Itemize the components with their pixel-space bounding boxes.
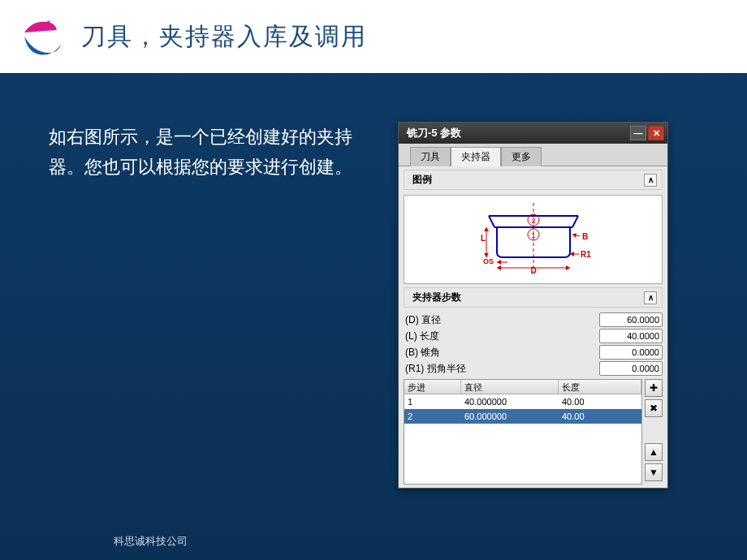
svg-marker-20	[497, 265, 501, 270]
table-row[interactable]: 2 60.000000 40.00	[404, 409, 641, 424]
svg-text:R1: R1	[581, 250, 591, 259]
parameters-panel: (D) 直径 (L) 长度 (B) 锥角 (R1) 拐角半径 步进 直径	[399, 308, 667, 488]
tab-holder[interactable]: 夹持器	[451, 147, 501, 166]
company-logo	[16, 12, 65, 61]
steps-table-area: 步进 直径 长度 1 40.000000 40.00 2 60.000000 4…	[404, 379, 663, 485]
slide-header: 刀具，夹持器入库及调用	[0, 0, 747, 73]
steps-section-header: 夹持器步数 ∧	[404, 287, 663, 308]
svg-line-2	[489, 216, 494, 227]
col-length: 长度	[559, 380, 641, 394]
add-row-button[interactable]: ✚	[645, 379, 663, 397]
param-label-diameter: (D) 直径	[404, 313, 599, 327]
tab-more[interactable]: 更多	[501, 147, 542, 166]
svg-text:1: 1	[531, 231, 535, 239]
param-label-taper: (B) 锥角	[404, 346, 599, 360]
svg-text:2: 2	[531, 217, 535, 225]
slide-footer: 科思诚科技公司	[114, 534, 188, 549]
titlebar-controls: — ✕	[630, 126, 664, 140]
param-row-taper: (B) 锥角	[404, 345, 663, 360]
svg-text:OS: OS	[483, 257, 494, 265]
svg-text:B: B	[582, 232, 588, 241]
param-row-length: (L) 长度	[404, 329, 663, 343]
remove-row-button[interactable]: ✖	[645, 399, 663, 417]
svg-marker-13	[484, 227, 489, 231]
svg-marker-17	[497, 260, 501, 265]
param-row-diameter: (D) 直径	[404, 312, 663, 327]
svg-line-3	[572, 216, 578, 227]
slide-title: 刀具，夹持器入库及调用	[81, 20, 367, 54]
window-titlebar: 铣刀-5 参数 — ✕	[399, 123, 667, 144]
param-row-radius: (R1) 拐角半径	[404, 361, 663, 376]
svg-marker-24	[572, 233, 576, 238]
slide-body: 如右图所示，是一个已经创建好的夹持器。您也可以根据您的要求进行创建。 铣刀-5 …	[0, 73, 747, 489]
parameters-window: 铣刀-5 参数 — ✕ 刀具 夹持器 更多 图例 ∧	[398, 122, 668, 489]
legend-label: 图例	[412, 173, 432, 187]
slide-description: 如右图所示，是一个已经创建好的夹持器。您也可以根据您的要求进行创建。	[49, 122, 374, 489]
tab-bar: 刀具 夹持器 更多	[399, 144, 667, 166]
param-input-diameter[interactable]	[599, 312, 663, 327]
tab-tool[interactable]: 刀具	[410, 147, 451, 166]
table-side-buttons: ✚ ✖ ▲ ▼	[645, 379, 663, 485]
move-up-button[interactable]: ▲	[645, 443, 663, 461]
holder-diagram: 2 1 L OS D B R1	[404, 195, 663, 284]
col-step: 步进	[404, 380, 461, 394]
param-label-length: (L) 长度	[404, 330, 599, 343]
window-title: 铣刀-5 参数	[407, 126, 461, 140]
minimize-button[interactable]: —	[630, 126, 646, 140]
collapse-legend-button[interactable]: ∧	[644, 174, 657, 187]
param-input-length[interactable]	[599, 329, 663, 343]
table-header-row: 步进 直径 长度	[404, 380, 641, 394]
move-down-button[interactable]: ▼	[645, 463, 663, 481]
collapse-steps-button[interactable]: ∧	[644, 291, 657, 304]
table-row[interactable]: 1 40.000000 40.00	[404, 394, 641, 409]
steps-label: 夹持器步数	[412, 291, 461, 304]
legend-section-header: 图例 ∧	[404, 170, 663, 190]
col-diameter: 直径	[461, 380, 559, 394]
steps-table[interactable]: 步进 直径 长度 1 40.000000 40.00 2 60.000000 4…	[404, 379, 642, 485]
param-input-radius[interactable]	[599, 361, 663, 376]
svg-text:L: L	[481, 234, 486, 243]
param-input-taper[interactable]	[599, 345, 663, 360]
svg-marker-21	[566, 265, 570, 270]
param-label-radius: (R1) 拐角半径	[404, 362, 599, 376]
close-button[interactable]: ✕	[648, 126, 664, 140]
